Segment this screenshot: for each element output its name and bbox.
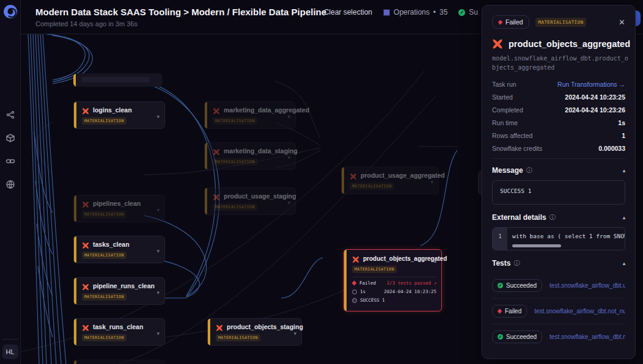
chevron-down-icon[interactable]: ▾ xyxy=(287,155,290,161)
info-icon[interactable]: ⓘ xyxy=(549,213,556,222)
node-product-objects-aggregated-selected[interactable]: product_objects_aggregated ▴ MATERIALISA… xyxy=(344,249,442,311)
materialisation-badge: MATERIALISATION xyxy=(352,266,397,273)
failed-diamond-icon xyxy=(498,309,502,314)
message-section-header: Message ⓘ ▴ xyxy=(492,166,625,175)
node-task-runs-clean[interactable]: task_runs_clean ▾ MATERIALISATION xyxy=(73,318,165,346)
collapse-icon[interactable]: ▴ xyxy=(623,261,625,266)
node-marketing-data-aggregated[interactable]: marketing_data_aggregated ▾ MATERIALISAT… xyxy=(204,101,296,129)
dbt-icon xyxy=(82,106,89,114)
node-product-usage-staging[interactable]: product_usage_staging ▾ MATERIALISATION xyxy=(204,187,296,215)
chevron-down-icon[interactable]: ▾ xyxy=(156,114,160,120)
info-icon[interactable]: ⓘ xyxy=(513,259,520,268)
sidebar-divider xyxy=(2,339,18,340)
node-marketing-data-staging[interactable]: marketing_data_staging ▾ MATERIALISATION xyxy=(204,142,296,170)
succeeded-counter[interactable]: ✓ Su xyxy=(458,8,478,16)
chevron-down-icon[interactable]: ▾ xyxy=(293,330,296,337)
chevron-down-icon[interactable]: ▾ xyxy=(156,289,160,296)
test-status-badge: Failed xyxy=(492,305,527,318)
materialisation-badge: MATERIALISATION xyxy=(82,211,127,218)
integrations-nav-icon[interactable] xyxy=(6,156,15,166)
dbt-icon xyxy=(352,255,359,262)
node-tasks-clean[interactable]: tasks_clean ▾ MATERIALISATION xyxy=(73,236,165,263)
detail-row: Completed 2024-04-24 10:23:26 xyxy=(492,106,625,114)
details-panel: Failed MATERIALISATION ✕ product_objects… xyxy=(482,5,636,359)
chevron-down-icon[interactable]: ▾ xyxy=(287,114,290,120)
detail-row: Started 2024-04-24 10:23:25 xyxy=(492,93,625,101)
collapse-icon[interactable]: ▴ xyxy=(623,215,625,220)
chevron-down-icon[interactable]: ▾ xyxy=(287,200,290,206)
test-status-badge: ✓ Succeeded xyxy=(492,279,542,292)
clock-icon xyxy=(352,289,357,294)
dbt-icon xyxy=(213,147,220,155)
page-subtitle: Completed 14 days ago in 3m 36s xyxy=(35,20,326,27)
dbt-icon xyxy=(82,323,89,330)
materialisation-badge: MATERIALISATION xyxy=(213,158,257,166)
node-logins-clean[interactable]: logins_clean ▾ MATERIALISATION xyxy=(73,101,165,129)
panel-title: product_objects_aggregated xyxy=(509,39,630,49)
clear-selection-button[interactable]: Clear selection xyxy=(324,8,372,16)
dbt-icon xyxy=(82,241,89,248)
test-status-badge: ✓ Succeeded xyxy=(492,330,542,343)
test-row: ✓ Succeeded test.snowflake_airflow_dbt.u… xyxy=(492,273,625,299)
failed-diamond-icon xyxy=(498,20,503,24)
sql-code: with base as ( select 1 from SNOWFLAKE xyxy=(512,233,625,239)
user-avatar[interactable]: HL xyxy=(2,344,18,359)
failed-diamond-icon xyxy=(352,281,357,286)
detail-row: Run time 1s xyxy=(492,119,625,126)
materialisation-badge: MATERIALISATION xyxy=(350,183,394,190)
chevron-down-icon[interactable]: ▾ xyxy=(156,207,160,213)
tests-section-header: Tests ⓘ ▴ xyxy=(492,259,625,268)
chevron-down-icon[interactable]: ▾ xyxy=(430,179,433,185)
materialisation-badge: MATERIALISATION xyxy=(213,117,257,125)
materialisation-badge: MATERIALISATION xyxy=(82,293,127,300)
detail-row: Snowflake credits 0.000033 xyxy=(492,145,625,152)
close-icon[interactable]: ✕ xyxy=(619,18,625,27)
dbt-icon xyxy=(213,106,220,114)
chevron-down-icon[interactable]: ▾ xyxy=(156,330,160,337)
node-product-objects-staging[interactable]: product_objects_staging ▾ MATERIALISATIO… xyxy=(207,318,302,346)
info-icon[interactable]: ⓘ xyxy=(526,166,532,175)
test-link[interactable]: test.snowflake_airflow_dbt.unique_pro xyxy=(549,282,625,289)
materialisation-badge: MATERIALISATION xyxy=(213,203,257,211)
collapse-icon[interactable]: ▴ xyxy=(623,168,625,173)
products-nav-icon[interactable] xyxy=(6,133,15,143)
detail-row: Rows affected 1 xyxy=(492,132,625,139)
page-title: Modern Data Stack SAAS Tooling > Modern … xyxy=(35,7,326,17)
dbt-icon xyxy=(82,200,89,207)
test-row: Failed test.snowflake_airflow_dbt.not_nu… xyxy=(492,299,625,324)
node-pipeline-runs-clean[interactable]: pipeline_runs_clean ▾ MATERIALISATION xyxy=(73,277,165,305)
collapse-icon[interactable]: ▴ xyxy=(434,258,436,264)
status-circle-icon xyxy=(352,298,357,303)
test-link[interactable]: test.snowflake_airflow_dbt.not_null_pr xyxy=(534,308,625,315)
pipelines-nav-icon[interactable] xyxy=(6,110,15,120)
node-hubspot-contacts-clean[interactable]: hubspot_contacts_clean ▾ MATERIALISATION xyxy=(73,360,165,364)
divider xyxy=(352,277,436,277)
detail-row: Task run Run Transformations → xyxy=(492,81,625,88)
check-icon: ✓ xyxy=(498,334,503,340)
dbt-icon xyxy=(216,323,223,330)
test-row: ✓ Succeeded test.snowflake_airflow_dbt.n… xyxy=(492,324,625,349)
materialisation-badge: MATERIALISATION xyxy=(535,18,587,27)
materialisation-badge: MATERIALISATION xyxy=(82,334,127,341)
test-link[interactable]: test.snowflake_airflow_dbt.not_null_pr xyxy=(549,333,625,340)
dbt-icon xyxy=(213,192,220,200)
materialisation-badge: MATERIALISATION xyxy=(82,252,127,259)
node-product-usage-aggregated[interactable]: product_usage_aggregated ▾ MATERIALISATI… xyxy=(341,167,439,194)
chevron-down-icon[interactable]: ▾ xyxy=(156,248,160,254)
succeeded-check-icon: ✓ xyxy=(458,9,465,16)
horizontal-scrollbar[interactable] xyxy=(512,244,561,247)
tests-summary-link[interactable]: 2/3 tests passed ↗ xyxy=(387,280,436,286)
sql-code-block[interactable]: 1 with base as ( select 1 from SNOWFLAKE xyxy=(492,227,625,250)
webhooks-nav-icon[interactable] xyxy=(6,180,15,189)
dbt-icon xyxy=(350,172,357,179)
app-logo-icon[interactable] xyxy=(4,5,17,18)
divider xyxy=(492,158,625,159)
node-pipelines-clean[interactable]: pipelines_clean ▾ MATERIALISATION xyxy=(73,195,165,222)
task-run-link[interactable]: Run Transformations → xyxy=(557,81,625,88)
operations-counter[interactable]: Operations • 35 xyxy=(383,8,447,16)
check-icon: ✓ xyxy=(498,283,503,288)
materialisation-badge: MATERIALISATION xyxy=(216,334,260,341)
panel-model-path: model.snowflake_airflow_dbt.product_obje… xyxy=(492,54,630,72)
node-partial-top[interactable] xyxy=(73,73,163,87)
node-partial-badge xyxy=(81,77,150,82)
